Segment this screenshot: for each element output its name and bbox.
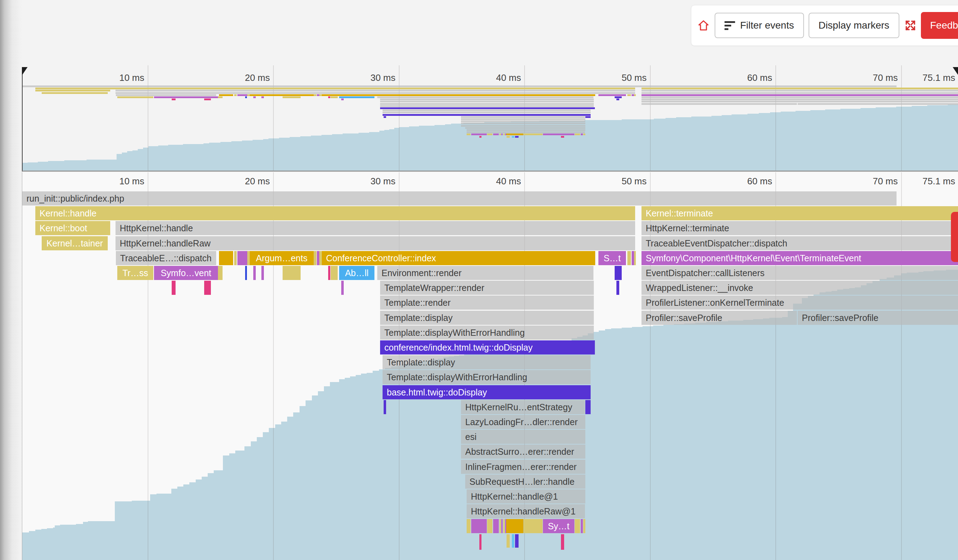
timeline-span[interactable] [641,96,958,98]
timeline-span[interactable]: Kernel…tainer [42,236,108,250]
timeline-span[interactable] [641,87,958,89]
timeline-span[interactable] [641,98,958,100]
timeline-span[interactable] [466,133,471,135]
timeline-span[interactable] [382,112,591,113]
timeline-span[interactable]: Template::displayWithErrorHandling [380,326,594,340]
timeline-span[interactable]: Argum…ents [250,251,314,265]
timeline-span[interactable] [461,116,585,118]
timeline-span[interactable] [581,133,583,135]
timeline-span[interactable] [575,519,580,533]
timeline-span[interactable] [204,281,211,295]
timeline-span[interactable] [631,94,634,96]
timeline-span[interactable] [250,94,314,96]
timeline-span[interactable] [487,519,492,533]
timeline-span[interactable] [319,251,322,265]
timeline-span[interactable] [506,534,510,547]
timeline-span[interactable] [341,98,344,100]
timeline-span[interactable]: Symfony\Component\HttpKernel\Event\Termi… [641,251,958,265]
timeline-span[interactable] [524,133,542,135]
timeline-span[interactable] [219,251,233,265]
timeline-span[interactable] [634,251,636,265]
timeline-span[interactable] [465,127,585,129]
timeline-span[interactable] [493,133,499,135]
timeline-span[interactable]: Tr…ss [117,266,153,280]
timeline-span[interactable] [237,251,247,265]
timeline-span[interactable] [245,266,247,280]
timeline-span[interactable]: WrappedListener::__invoke [641,281,958,295]
timeline-span[interactable] [42,92,108,94]
timeline-span[interactable] [471,133,487,135]
timeline-span[interactable] [380,105,594,107]
timeline-span[interactable] [117,96,153,98]
timeline-span[interactable] [461,122,585,124]
timeline-span[interactable] [616,98,619,100]
timeline-span[interactable] [282,266,301,280]
timeline-span[interactable]: Kernel::boot [35,221,110,235]
timeline-span[interactable] [172,98,176,100]
timeline-span[interactable]: AbstractSurro…erer::render [461,445,585,459]
timeline-span[interactable] [500,133,501,135]
timeline-span[interactable] [616,281,619,295]
timeline-span[interactable] [382,114,591,116]
timeline-span[interactable] [641,94,958,96]
timeline-span[interactable] [501,519,503,533]
timeline-span[interactable] [512,136,514,138]
timeline-span[interactable] [641,92,958,94]
timeline-span[interactable] [506,133,523,135]
timeline-span[interactable] [543,133,574,135]
timeline-span[interactable] [641,90,958,92]
timeline-span[interactable] [524,519,542,533]
home-icon[interactable] [697,15,710,36]
timeline-span[interactable] [561,534,564,550]
timeline-span[interactable]: HttpKernelRu…entStrategy [461,400,585,414]
timeline-span[interactable] [116,92,635,94]
timeline-span[interactable] [218,96,222,98]
timeline-span[interactable]: HttpKernel::handleRaw [116,236,635,250]
timeline-span[interactable] [512,534,514,547]
timeline-span[interactable] [382,109,591,111]
timeline-span[interactable] [317,94,319,96]
timeline-span[interactable] [22,85,896,87]
timeline-span[interactable] [631,251,634,265]
timeline-span[interactable] [35,87,635,89]
timeline-span[interactable] [615,266,622,280]
timeline-span[interactable] [204,98,211,100]
timeline-span[interactable] [245,96,247,98]
timeline-span[interactable]: ConferenceController::index [322,251,595,265]
timeline-span[interactable]: SubRequestH…ler::handle [465,475,585,489]
timeline-span[interactable] [515,534,519,547]
timeline-span[interactable]: Template::display [382,355,591,369]
timeline-span[interactable]: S…t [598,251,626,265]
timeline-span[interactable] [253,96,256,98]
timeline-span[interactable] [247,94,250,96]
timeline-span[interactable]: TemplateWrapper::render [380,281,594,295]
timeline-span[interactable] [583,519,585,533]
timeline-span[interactable]: LazyLoadingFr…dler::render [461,415,585,429]
timeline-span[interactable] [380,108,595,109]
timeline-span[interactable] [506,136,510,138]
timeline-span[interactable] [317,251,319,265]
timeline-span[interactable]: Environment::render [377,266,593,280]
timeline-span[interactable] [247,251,250,265]
timeline-span[interactable]: run_init::public/index.php [22,191,896,206]
timeline-span[interactable] [506,519,523,533]
timeline-span[interactable] [634,94,636,96]
timeline-span[interactable] [154,96,218,98]
timeline-span[interactable] [237,94,247,96]
timeline-span[interactable]: conference/index.html.twig::doDisplay [380,340,595,354]
timeline-span[interactable] [219,94,233,96]
timeline-span[interactable] [341,281,344,295]
timeline-span[interactable]: esi [461,430,585,444]
timeline-span[interactable] [461,120,585,122]
timeline-span[interactable] [331,266,338,280]
timeline-span[interactable] [466,519,471,533]
timeline-span[interactable] [314,94,317,96]
timeline-span[interactable]: EventDispatcher::callListeners [641,266,958,280]
timeline-span[interactable] [380,98,594,100]
display-markers-button[interactable]: Display markers [809,13,899,38]
timeline-span[interactable] [581,519,583,533]
timeline-span[interactable] [328,266,330,280]
timeline-span[interactable] [218,266,222,280]
timeline-span[interactable] [116,94,216,96]
timeline-span[interactable] [116,90,635,92]
